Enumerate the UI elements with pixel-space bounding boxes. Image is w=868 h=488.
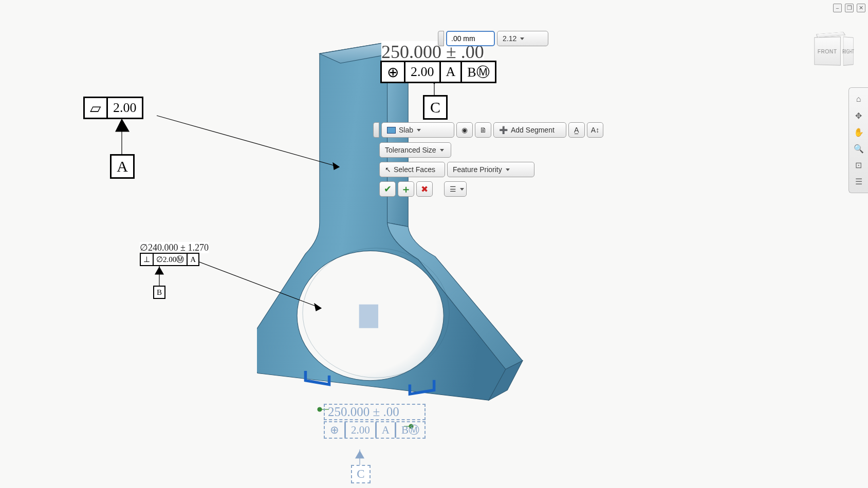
perp-tolerance: ∅2.00Ⓜ (154, 254, 188, 265)
add-segment-icon: ➕ (499, 126, 508, 134)
datum-c[interactable]: C (423, 95, 448, 120)
list-icon: ☰ (450, 185, 456, 193)
hole-dimension: ∅240.000 ± 1.270 (140, 242, 209, 253)
toggle-1-button[interactable]: ◉ (456, 122, 473, 138)
add-button[interactable]: ＋ (398, 181, 414, 197)
ghost-annotation[interactable]: 250.000 ± .00 ⊕ 2.00 A BⓂ (324, 404, 426, 439)
priority-dropdown[interactable]: Feature Priority (447, 162, 534, 177)
model-view[interactable] (257, 28, 534, 434)
grip-icon[interactable] (373, 122, 379, 138)
tolerance-type-dropdown[interactable]: Toleranced Size (379, 142, 451, 158)
cube-right[interactable]: RIGHT (843, 36, 854, 66)
view-cube[interactable]: FRONT RIGHT (813, 32, 859, 69)
perp-datum: A (188, 254, 198, 265)
ok-button[interactable]: ✔ (379, 181, 396, 197)
ghost-da: A (377, 422, 396, 438)
feature-toolbar: Slab ◉ 🗎 ➕ Add Segment A̲ A↕ (373, 122, 603, 138)
text-icon: A̲ (574, 126, 579, 134)
pan-button[interactable]: ✋ (849, 124, 868, 140)
ghost-db: BⓂ (396, 422, 424, 438)
svg-rect-2 (359, 305, 378, 328)
check-icon: ◉ (461, 126, 468, 134)
plus-icon: ＋ (401, 182, 411, 196)
position-fcf[interactable]: ⊕ 2.00 A BⓂ (380, 61, 496, 83)
tolerance-input[interactable] (446, 31, 495, 46)
fcf-datum-a: A (441, 62, 463, 82)
close-button[interactable]: ✕ (857, 4, 865, 12)
ghost-dimension: 250.000 ± .00 (324, 404, 426, 420)
cursor-icon: ↖ (385, 165, 391, 174)
nav-options-button[interactable]: ☰ (849, 173, 868, 190)
perp-symbol: ⊥ (141, 254, 154, 265)
select-faces-button[interactable]: ↖ Select Faces (379, 162, 445, 177)
fcf-tolerance: 2.00 (405, 62, 441, 82)
flatness-fcf[interactable]: ▱ 2.00 (83, 97, 143, 119)
text-options-button[interactable]: A↕ (587, 122, 603, 138)
cancel-button[interactable]: ✖ (416, 181, 433, 197)
flatness-tolerance: 2.00 (108, 98, 142, 118)
minimize-button[interactable]: − (833, 4, 842, 12)
svg-marker-18 (356, 451, 364, 458)
ghost-datum-c[interactable]: C (351, 465, 371, 483)
precision-dropdown[interactable]: 2.12 (497, 31, 548, 46)
properties-button[interactable]: ☰ (444, 181, 467, 197)
navigation-bar: ⌂ ✥ ✋ 🔍 ⊡ ☰ (848, 87, 868, 193)
text-style-button[interactable]: A̲ (568, 122, 585, 138)
cube-front[interactable]: FRONT (814, 36, 840, 65)
grip-icon[interactable] (438, 31, 444, 46)
toggle-2-button[interactable]: 🗎 (475, 122, 491, 138)
position-symbol: ⊕ (382, 62, 405, 82)
datum-b[interactable]: B (153, 286, 165, 299)
selection-toolbar: ↖ Select Faces Feature Priority (379, 162, 534, 177)
fcf-datum-b: BⓂ (462, 62, 494, 82)
flatness-symbol: ▱ (85, 98, 108, 118)
window-controls: − ❐ ✕ (833, 4, 865, 12)
home-button[interactable]: ⌂ (849, 91, 868, 107)
fit-button[interactable]: ⊡ (849, 157, 868, 173)
ghost-tol: 2.00 (346, 422, 377, 438)
perpendicularity-fcf[interactable]: ⊥ ∅2.00Ⓜ A (140, 253, 199, 266)
tolerance-toolbar: Toleranced Size (379, 142, 451, 158)
add-segment-button[interactable]: ➕ Add Segment (493, 122, 566, 138)
svg-marker-5 (116, 119, 129, 132)
text-opts-icon: A↕ (591, 126, 599, 134)
slab-icon (387, 127, 396, 134)
restore-button[interactable]: ❐ (845, 4, 854, 12)
ghost-symbol: ⊕ (325, 422, 346, 438)
datum-a[interactable]: A (110, 154, 135, 179)
sheet-icon: 🗎 (479, 126, 487, 134)
confirm-toolbar: ✔ ＋ ✖ ☰ (379, 181, 467, 197)
dimension-input-bar: 2.12 (438, 31, 548, 46)
svg-marker-12 (155, 267, 163, 274)
check-icon: ✔ (384, 183, 392, 195)
zoom-button[interactable]: 🔍 (849, 140, 868, 157)
orbit-button[interactable]: ✥ (849, 107, 868, 124)
feature-type-dropdown[interactable]: Slab (381, 122, 454, 138)
x-icon: ✖ (421, 184, 428, 195)
